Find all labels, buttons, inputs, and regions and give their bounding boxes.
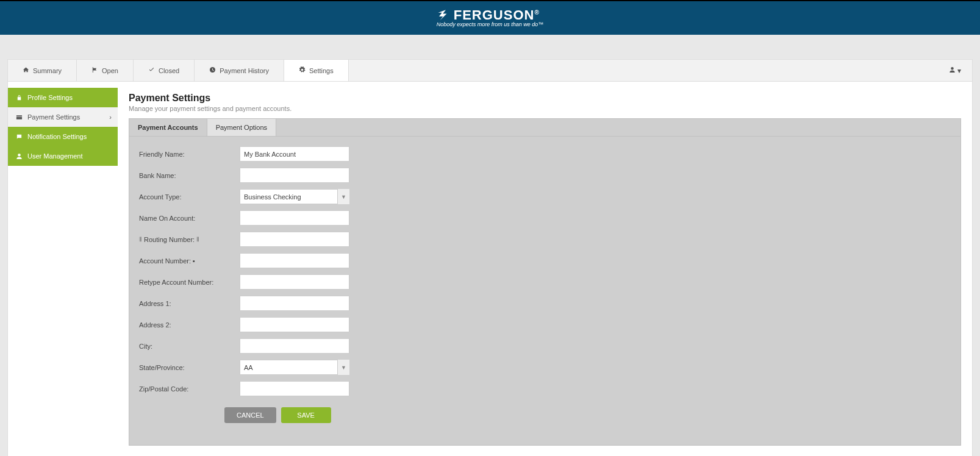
label-friendly-name: Friendly Name: [139,151,240,158]
check-icon [148,66,155,74]
payment-form-panel: Payment Accounts Payment Options Friendl… [129,118,961,446]
sidebar-usermgmt-label: User Management [27,152,83,160]
sidebar-payment-label: Payment Settings [27,113,80,121]
inner-tab-payment-options[interactable]: Payment Options [207,119,276,136]
tab-payment-history-label: Payment History [220,67,269,74]
chevron-right-icon: › [109,113,112,121]
select-state-province[interactable] [240,360,349,375]
registered-mark: ® [534,9,539,16]
label-address-1: Address 1: [139,300,240,307]
page-title: Payment Settings [129,93,961,104]
input-zip[interactable] [240,381,349,396]
input-city[interactable] [240,338,349,354]
page-subtitle: Manage your payment settings and payment… [129,105,961,112]
header-bar: FERGUSON® Nobody expects more from us th… [0,1,980,35]
sidebar-item-payment[interactable]: Payment Settings › [8,107,118,127]
label-bank-name: Bank Name: [139,172,240,179]
sidebar-notification-label: Notification Settings [27,133,87,140]
tab-open-label: Open [102,67,118,74]
input-account-number[interactable] [240,253,349,268]
input-routing-number[interactable] [240,232,349,247]
routing-start-icon: ⦀ [139,235,142,243]
clock-icon [209,66,216,74]
input-retype-account-number[interactable] [240,274,349,290]
chat-icon [15,133,23,140]
sidebar-item-profile[interactable]: Profile Settings [8,88,118,107]
select-account-type[interactable] [240,189,349,204]
inner-tab-payment-accounts[interactable]: Payment Accounts [129,119,207,136]
gear-icon [299,66,306,74]
tab-summary-label: Summary [33,67,62,74]
lock-icon [15,94,23,101]
tab-closed[interactable]: Closed [134,60,195,81]
account-number-icon: ▪ [193,257,195,265]
tab-closed-label: Closed [159,67,179,74]
card-icon [15,113,23,121]
input-address-2[interactable] [240,317,349,332]
label-zip: Zip/Postal Code: [139,385,240,393]
cancel-button[interactable]: CANCEL [224,407,276,423]
sidebar-item-notification[interactable]: Notification Settings [8,127,118,146]
label-address-2: Address 2: [139,321,240,329]
user-menu[interactable]: ▾ [938,66,972,75]
input-name-on-account[interactable] [240,210,349,226]
input-address-1[interactable] [240,296,349,311]
label-state-province: State/Province: [139,364,240,371]
tab-open[interactable]: Open [77,60,134,81]
label-account-type: Account Type: [139,193,240,201]
label-account-number: Account Number: ▪ [139,257,240,265]
settings-sidebar: Profile Settings Payment Settings › Noti… [8,82,118,456]
brand-name: FERGUSON [454,7,535,23]
label-account-number-text: Account Number: [139,257,191,265]
label-city: City: [139,343,240,350]
tab-settings-label: Settings [309,67,334,74]
home-icon [23,66,29,74]
input-bank-name[interactable] [240,168,349,183]
tab-settings[interactable]: Settings [284,59,349,81]
save-button[interactable]: SAVE [281,407,331,423]
sidebar-item-user-management[interactable]: User Management [8,146,118,166]
user-icon [15,152,23,160]
ferguson-logo-icon [437,9,450,23]
flag-icon [91,66,98,74]
tab-payment-history[interactable]: Payment History [195,60,284,81]
brand-logo: FERGUSON® Nobody expects more from us th… [437,8,544,27]
tab-summary[interactable]: Summary [8,60,77,81]
brand-tagline: Nobody expects more from us than we do™ [437,22,544,28]
label-routing-number: ⦀ Routing Number: ⦀ [139,235,240,243]
top-tabs: Summary Open Closed Payment History Sett… [7,59,973,81]
routing-end-icon: ⦀ [196,235,199,243]
input-friendly-name[interactable] [240,146,349,162]
user-icon [949,66,956,75]
label-name-on-account: Name On Account: [139,215,240,222]
sidebar-profile-label: Profile Settings [27,94,73,101]
label-retype-account-number: Retype Account Number: [139,279,240,286]
chevron-down-icon: ▾ [957,66,961,75]
label-routing-number-text: Routing Number: [144,236,195,243]
